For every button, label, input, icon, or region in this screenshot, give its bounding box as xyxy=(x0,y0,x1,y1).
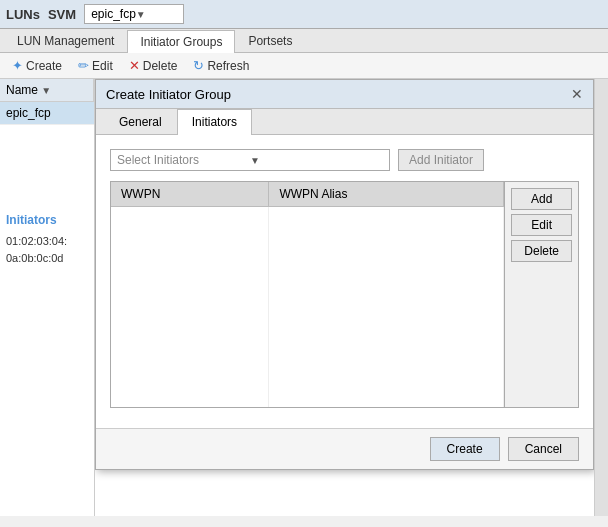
main-area: Name ▼ epic_fcp Initiators 01:02:03:04: … xyxy=(0,79,608,516)
svm-dropdown-value: epic_fcp xyxy=(91,7,136,21)
select-dropdown-arrow: ▼ xyxy=(250,155,383,166)
sidebar-initiators-title: Initiators xyxy=(6,213,88,227)
delete-label: Delete xyxy=(143,59,178,73)
refresh-label: Refresh xyxy=(207,59,249,73)
svm-dropdown-arrow: ▼ xyxy=(136,9,177,20)
dialog-tab-initiators[interactable]: Initiators xyxy=(177,109,252,135)
tab-lun-management[interactable]: LUN Management xyxy=(4,29,127,52)
wwpn-empty-cell xyxy=(111,207,269,407)
scrollbar[interactable] xyxy=(594,79,608,516)
delete-button[interactable]: ✕ Delete xyxy=(123,56,184,75)
create-icon: ✦ xyxy=(12,58,23,73)
initiator-line1: 01:02:03:04: xyxy=(6,233,88,250)
wwpn-alias-empty-cell xyxy=(269,207,504,407)
luns-label: LUNs xyxy=(6,7,40,22)
wwpn-col-header: WWPN xyxy=(111,182,269,207)
side-buttons: Add Edit Delete xyxy=(504,182,578,407)
wwpn-alias-col-header: WWPN Alias xyxy=(269,182,504,207)
edit-icon: ✏ xyxy=(78,58,89,73)
edit-button[interactable]: ✏ Edit xyxy=(72,56,119,75)
toolbar: ✦ Create ✏ Edit ✕ Delete ↻ Refresh xyxy=(0,53,608,79)
dialog-cancel-button[interactable]: Cancel xyxy=(508,437,579,461)
delete-wwpn-button[interactable]: Delete xyxy=(511,240,572,262)
create-initiator-group-dialog: Create Initiator Group ✕ General Initiat… xyxy=(95,79,594,470)
row-name-value: epic_fcp xyxy=(6,106,51,120)
dialog-title-bar: Create Initiator Group ✕ xyxy=(96,80,593,109)
sidebar: Name ▼ epic_fcp Initiators 01:02:03:04: … xyxy=(0,79,95,516)
top-bar: LUNs SVM epic_fcp ▼ xyxy=(0,0,608,29)
wwpn-table-body xyxy=(111,207,504,407)
select-initiators-dropdown[interactable]: Select Initiators ▼ xyxy=(110,149,390,171)
delete-icon: ✕ xyxy=(129,58,140,73)
dialog-close-button[interactable]: ✕ xyxy=(571,86,583,102)
tab-initiator-groups[interactable]: Initiator Groups xyxy=(127,30,235,53)
edit-wwpn-button[interactable]: Edit xyxy=(511,214,572,236)
dialog-overlay: Create Initiator Group ✕ General Initiat… xyxy=(95,79,594,516)
tab-portsets[interactable]: Portsets xyxy=(235,29,305,52)
refresh-icon: ↻ xyxy=(193,58,204,73)
dialog-body: Select Initiators ▼ Add Initiator WWPN W… xyxy=(96,135,593,428)
svm-label: SVM xyxy=(48,7,76,22)
select-initiators-placeholder: Select Initiators xyxy=(117,153,250,167)
dialog-footer: Create Cancel xyxy=(96,428,593,469)
svm-dropdown[interactable]: epic_fcp ▼ xyxy=(84,4,184,24)
edit-label: Edit xyxy=(92,59,113,73)
wwpn-table: WWPN WWPN Alias xyxy=(111,182,504,407)
dialog-create-button[interactable]: Create xyxy=(430,437,500,461)
refresh-button[interactable]: ↻ Refresh xyxy=(187,56,255,75)
dialog-tab-general[interactable]: General xyxy=(104,109,177,134)
select-initiators-row: Select Initiators ▼ Add Initiator xyxy=(110,149,579,171)
sidebar-content: Initiators 01:02:03:04: 0a:0b:0c:0d xyxy=(0,205,94,274)
add-initiator-button[interactable]: Add Initiator xyxy=(398,149,484,171)
inner-table-container: WWPN WWPN Alias xyxy=(110,181,579,408)
add-button[interactable]: Add xyxy=(511,188,572,210)
dialog-title-text: Create Initiator Group xyxy=(106,87,231,102)
dialog-tabs: General Initiators xyxy=(96,109,593,135)
create-label: Create xyxy=(26,59,62,73)
tab-nav: LUN Management Initiator Groups Portsets xyxy=(0,29,608,53)
name-column-header: Name xyxy=(6,83,38,97)
table-area: Name ▼ Type ▼ Operating System ▼ Portset… xyxy=(95,79,594,516)
create-button[interactable]: ✦ Create xyxy=(6,56,68,75)
initiator-line2: 0a:0b:0c:0d xyxy=(6,250,88,267)
